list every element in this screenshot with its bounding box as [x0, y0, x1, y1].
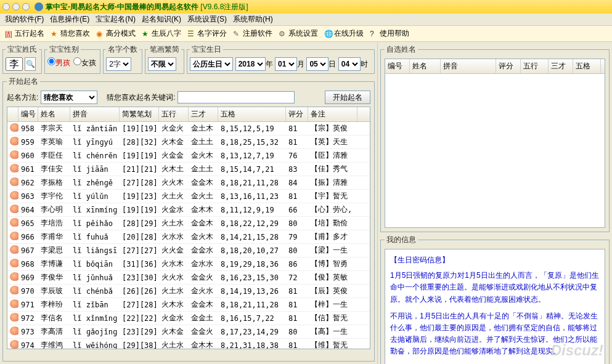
win-btn-3[interactable] [22, 3, 30, 10]
start-button[interactable]: 开始起名 [325, 91, 370, 104]
table-row[interactable]: 974李维鸿lǐ wěihónɡ[29][38]火土水金木木8,21,31,18… [7, 339, 370, 349]
fav-col-0[interactable]: 编号 [385, 59, 410, 73]
win-btn-1[interactable] [2, 3, 10, 10]
menu-item-3[interactable]: 起名知识(K) [139, 14, 184, 25]
count-select[interactable]: 2字 [106, 57, 131, 71]
year-select[interactable]: 2018 [235, 57, 266, 71]
app-title: 掌中宝-周易起名大师-中国最棒的周易起名软件 [46, 2, 198, 12]
birth-legend: 宝宝生日 [190, 44, 223, 55]
col-header-7[interactable]: 评分 [286, 107, 308, 121]
table-row[interactable]: 964李心明lǐ xīnmínɡ[19][19]火金水金木木8,11,12,9,… [7, 203, 370, 217]
fav-col-1[interactable]: 姓名 [410, 59, 441, 73]
cell: [23][29] [120, 326, 159, 338]
cell: 81 [286, 299, 308, 310]
favorites-fieldset: 自选姓名 编号姓名拼音评分五行三才五格 [380, 44, 610, 232]
table-row[interactable]: 966李甫华lǐ fuhuǎ[20][28]火水水金火木8,14,21,15,2… [7, 230, 370, 244]
female-radio-input[interactable] [73, 57, 81, 65]
col-header-2[interactable]: 拼音 [70, 107, 120, 121]
toolbar-btn-1[interactable]: ★猜您喜欢 [48, 27, 92, 40]
cell: 李俊华 [38, 271, 70, 284]
female-radio[interactable]: 女孩 [73, 59, 96, 67]
cell: 金金木 [189, 176, 218, 189]
menu-item-5[interactable]: 系统帮助(H) [231, 14, 275, 25]
table-row[interactable]: 967李梁思lǐ liǎnɡsī[27][27]火火金金金水8,18,20,10… [7, 244, 370, 257]
toolbar-btn-8[interactable]: ?使用帮助 [367, 27, 412, 40]
col-header-4[interactable]: 五行 [159, 107, 189, 121]
search-icon[interactable]: 🔍 [25, 57, 36, 71]
table-row[interactable]: 972李信名lǐ xǐnmǐnɡ[22][22]火金水金金土8,16,15,7,… [7, 312, 370, 325]
calendar-select[interactable]: 公历生日 [190, 57, 233, 71]
keyword-input[interactable] [177, 91, 295, 103]
toolbar-btn-7[interactable]: 🌐在线升级 [322, 27, 366, 40]
table-row[interactable]: 969李俊华lǐ jǔnhuǎ[23][30]火火水金金火8,16,23,15,… [7, 271, 370, 285]
col-header-3[interactable]: 简繁笔划 [120, 107, 159, 121]
cell: 李维鸿 [38, 339, 70, 349]
method-select[interactable]: 猜您喜欢 [41, 91, 97, 104]
menu-item-0[interactable]: 我的软件(F) [2, 14, 46, 25]
cell: 火火木 [159, 176, 189, 189]
table-row[interactable]: 963李宇伦lǐ yúlǔn[19][23]火土火金火土8,13,16,11,2… [7, 190, 370, 203]
toolbar-btn-4[interactable]: ☰名字评分 [185, 27, 229, 40]
person-icon [10, 204, 18, 213]
menu-item-2[interactable]: 宝宝起名(N) [93, 14, 138, 25]
toolbar-icon-8: ? [370, 30, 378, 38]
cell: [27][28] [120, 177, 159, 188]
col-header-1[interactable]: 姓名 [38, 107, 70, 121]
table-row[interactable]: 971李梓玢lǐ zǐbān[27][28]火木水金金木8,18,21,11,2… [7, 298, 370, 312]
table-row[interactable]: 960李臣任lǐ chénrěn[19][19]火金金金火木8,13,12,7,… [7, 149, 370, 163]
table-row[interactable]: 961李佳安lǐ jiāān[21][21]火木土金土土8,15,14,7,21… [7, 163, 370, 176]
person-icon [10, 177, 18, 186]
menu-item-1[interactable]: 信息操作(E) [47, 14, 92, 25]
favorites-table[interactable]: 编号姓名拼音评分五行三才五格 [385, 59, 605, 228]
stroke-select[interactable]: 不限 [148, 57, 176, 71]
male-radio[interactable]: 男孩 [47, 59, 70, 67]
cell: 火木金 [159, 325, 189, 338]
table-row[interactable]: 973李高清lǐ ɡǎojǐnɡ[23][29]火木金金金火8,17,23,14… [7, 325, 370, 339]
fav-col-6[interactable]: 五格 [573, 59, 601, 73]
method-label: 起名方法: [7, 92, 38, 103]
win-btn-2[interactable] [12, 3, 20, 10]
stroke-legend: 笔画繁简 [148, 44, 181, 55]
toolbar-btn-2[interactable]: ◉高分模式 [94, 27, 138, 40]
results-table[interactable]: 编号姓名拼音简繁笔划五行三才五格评分备注 958李宗天lǐ zǎntiān[19… [7, 107, 370, 349]
cell: 李甫华 [38, 230, 70, 243]
info-box[interactable]: 【生日密码信息】 1月5日强韧的复原力对1月5日出生的人而言，「复原」是他们生命… [385, 249, 605, 364]
table-row[interactable]: 970李辰玻lǐ chénbǎ[26][26]火土水金火水8,14,19,13,… [7, 285, 370, 298]
toolbar-btn-0[interactable]: 固五行起名 [2, 27, 47, 40]
table-row[interactable]: 965李培浩lǐ pěihǎo[28][29]火土水金金木8,18,22,12,… [7, 217, 370, 230]
month-select[interactable]: 01 [275, 57, 297, 71]
cell: 金水水 [189, 257, 218, 270]
col-header-0[interactable]: 编号 [18, 107, 38, 121]
fav-col-2[interactable]: 拼音 [441, 59, 496, 73]
toolbar-icon-7: 🌐 [324, 30, 333, 38]
fav-col-4[interactable]: 五行 [521, 59, 549, 73]
menu-item-4[interactable]: 系统设置(S) [185, 14, 229, 25]
fav-col-3[interactable]: 评分 [496, 59, 521, 73]
toolbar-btn-6[interactable]: ⚙系统设置 [276, 27, 320, 40]
table-row[interactable]: 959李英瑜lǐ yīnɡyú[28][32]火木金金土土8,18,25,15,… [7, 135, 370, 149]
hour-select[interactable]: 04 [338, 57, 361, 71]
cell: 960 [18, 150, 38, 161]
toolbar-btn-3[interactable]: ★生辰八字 [139, 27, 184, 40]
cell: 火水木 [159, 257, 189, 270]
cell: 965 [18, 218, 38, 229]
day-select[interactable]: 05 [306, 57, 328, 71]
col-header-6[interactable]: 五格 [218, 107, 286, 121]
table-row[interactable]: 968李博谦lǐ bǒqiān[31][36]火水木金水水8,19,29,18,… [7, 257, 370, 271]
cell: 金土土 [189, 163, 218, 176]
cell: 李宇伦 [38, 190, 70, 203]
cell: lǐ chénrěn [70, 150, 120, 161]
table-row[interactable]: 962李振格lǐ zhěnɡě[27][28]火火木金金木8,18,21,11,… [7, 176, 370, 190]
col-header-5[interactable]: 三才 [189, 107, 218, 121]
cell [7, 257, 18, 270]
count-fieldset: 名字个数 2字 [103, 44, 142, 74]
table-row[interactable]: 958李宗天lǐ zǎntiān[19][19]火金火金土木8,15,12,5,… [7, 122, 370, 135]
cell: 966 [18, 232, 38, 243]
cell: 【博】智勇 [308, 257, 357, 270]
fav-col-5[interactable]: 三才 [549, 59, 573, 73]
male-radio-input[interactable] [47, 57, 55, 65]
col-header-8[interactable]: 备注 [308, 107, 357, 121]
surname-input[interactable] [6, 57, 23, 71]
toolbar-btn-5[interactable]: ✎注册软件 [231, 27, 275, 40]
cell: 火木金 [159, 135, 189, 148]
